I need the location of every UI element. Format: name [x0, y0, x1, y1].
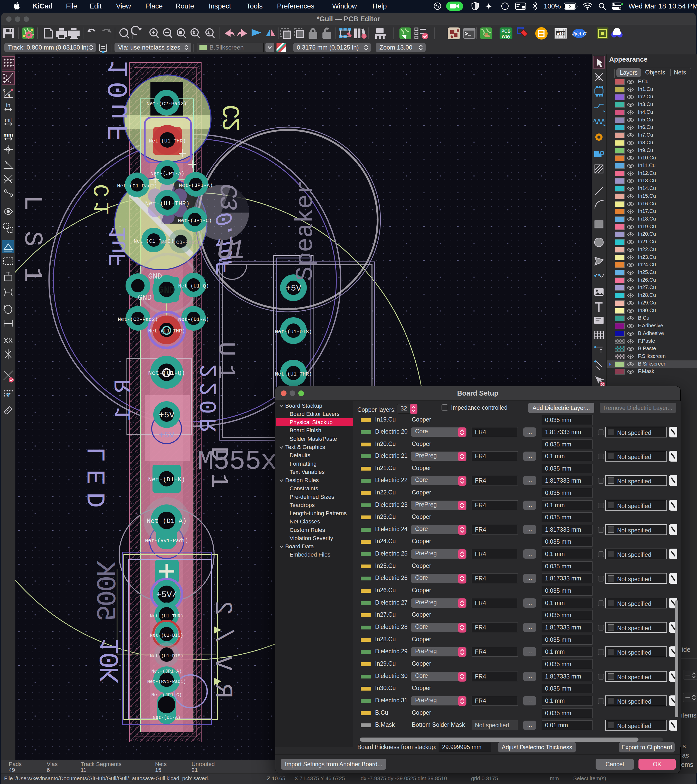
svg-text:in: in	[6, 102, 10, 108]
svg-text:Way: Way	[502, 34, 511, 39]
svg-text:mil: mil	[5, 117, 12, 123]
svg-text:Net-(U1-DIS): Net-(U1-DIS)	[150, 653, 183, 659]
svg-text:LS1: LS1	[18, 195, 47, 282]
svg-text:C2: C2	[219, 105, 246, 132]
svg-text:Net-(JP1-A): Net-(JP1-A)	[179, 183, 213, 188]
svg-text:10K: 10K	[96, 638, 126, 683]
svg-text:Net-(U1-THR): Net-(U1-THR)	[149, 138, 186, 144]
svg-text:GND: GND	[158, 285, 175, 295]
svg-text:Net-(C1-Pad2): Net-(C1-Pad2)	[117, 183, 157, 189]
svg-text:Net-(D1-K): Net-(D1-K)	[148, 476, 185, 483]
svg-text:+5V: +5V	[159, 430, 175, 440]
svg-text:500K: 500K	[89, 561, 120, 621]
svg-text:Net-(U1-THR): Net-(U1-THR)	[148, 328, 185, 334]
svg-text:1uF: 1uF	[105, 226, 133, 267]
svg-text:Net-(D1-A): Net-(D1-A)	[147, 517, 187, 525]
svg-text:Net-(JP1-A): Net-(JP1-A)	[150, 171, 185, 176]
svg-text:Net-(U1-Q): Net-(U1-Q)	[178, 283, 209, 289]
svg-text:Net-(U1-DIS): Net-(U1-DIS)	[150, 633, 183, 638]
svg-text:GND: GND	[138, 293, 152, 302]
svg-text:Net-(D1-A): Net-(D1-A)	[178, 316, 209, 323]
svg-text:+5V/: +5V/	[156, 590, 177, 600]
svg-text:+5V: +5V	[159, 410, 175, 420]
svg-text:GND: GND	[148, 272, 162, 281]
svg-text:Net-(D1-A): Net-(D1-A)	[153, 715, 180, 720]
svg-text:θ: θ	[8, 94, 10, 98]
svg-text:Net-(U1-DIS): Net-(U1-DIS)	[275, 329, 312, 335]
svg-text:Net-(U1-Q): Net-(U1-Q)	[148, 370, 185, 377]
svg-text:T301: T301	[557, 32, 565, 36]
svg-text:Net-(RV1-Pad1): Net-(RV1-Pad1)	[145, 538, 188, 544]
svg-text:Net-(JP1-C): Net-(JP1-C)	[178, 218, 212, 224]
svg-text:Net-(RV1-Pad1): Net-(RV1-Pad1)	[147, 679, 186, 684]
svg-text:Net-(C2-Pad2): Net-(C2-Pad2)	[147, 101, 187, 107]
svg-text:Speaker: Speaker	[292, 180, 320, 281]
svg-text:r: r	[3, 90, 5, 94]
svg-text:Net-(C2-Pad2): Net-(C2-Pad2)	[118, 316, 158, 323]
svg-text:PCB: PCB	[501, 29, 511, 34]
svg-text:LED: LED	[83, 447, 112, 508]
svg-text:C3: C3	[213, 184, 241, 211]
svg-text:Net-(U1-THR): Net-(U1-THR)	[145, 200, 190, 207]
svg-text:Net-(C3-Pad2): Net-(C3-Pad2)	[161, 239, 201, 245]
svg-text:+5V: +5V	[285, 283, 302, 293]
svg-text:J@LC: J@LC	[572, 31, 587, 36]
svg-text:Net-(U1-THR): Net-(U1-THR)	[275, 371, 312, 377]
svg-text:U1: U1	[217, 236, 245, 266]
svg-text:mm: mm	[3, 132, 13, 138]
svg-text:Net (U1 THR): Net (U1 THR)	[150, 614, 183, 619]
svg-text:!: !	[504, 4, 506, 8]
svg-text:Net-(JP1-C): Net-(JP1-C)	[152, 692, 182, 697]
svg-text:Net-(JP1-A): Net-(JP1-A)	[152, 669, 182, 674]
